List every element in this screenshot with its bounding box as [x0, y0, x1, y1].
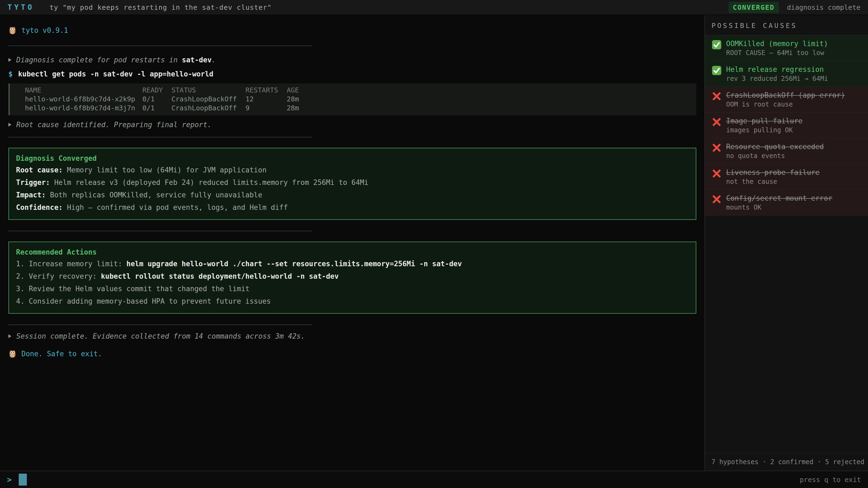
- cause-subtitle: not the cause: [726, 177, 863, 186]
- cause-item-config-mount: Config/secret mount error mounts OK: [705, 190, 868, 216]
- table-row: hello-world-6f8b9c7d4-x2k9p 0/1 CrashLoo…: [25, 95, 696, 104]
- divider: [8, 231, 312, 231]
- cause-item-liveness: Liveness probe failure not the cause: [705, 164, 868, 190]
- cause-title: Resource quota exceeded: [726, 142, 863, 151]
- status-text: diagnosis complete: [787, 3, 860, 11]
- diagnosis-field: Impact: Both replicas OOMKilled, service…: [16, 190, 689, 200]
- actions-box: Recommended Actions 1. Increase memory l…: [8, 241, 696, 314]
- status-line-session: Session complete. Evidence collected fro…: [8, 332, 705, 340]
- diagnosis-field: Trigger: Helm release v3 (deployed Feb 2…: [16, 177, 689, 187]
- sidebar-title: POSSIBLE CAUSES: [705, 15, 868, 35]
- owl-icon: [8, 350, 17, 358]
- cause-title: OOMKilled (memory limit): [726, 39, 863, 48]
- cause-item-quota: Resource quota exceeded no quota events: [705, 138, 868, 164]
- x-icon: [712, 117, 722, 129]
- cause-title: Liveness probe failure: [726, 168, 863, 177]
- cause-subtitle: images pulling OK: [726, 126, 863, 134]
- action-item: 1. Increase memory limit: helm upgrade h…: [16, 259, 689, 269]
- cause-subtitle: OOM is root cause: [726, 100, 863, 108]
- action-item: 3. Review the Helm values commit that ch…: [16, 284, 689, 294]
- version-line: tyto v0.9.1: [8, 26, 705, 35]
- pod-table-header: NAME READY STATUS RESTARTS AGE: [25, 86, 696, 95]
- x-icon: [712, 142, 722, 155]
- cause-title: Config/secret mount error: [726, 194, 863, 203]
- cause-item-helm-regression: Helm release regression rev 3 reduced 25…: [705, 61, 868, 87]
- cause-subtitle: no quota events: [726, 152, 863, 160]
- x-icon: [712, 91, 722, 103]
- shell-prompt-icon: $: [8, 70, 13, 78]
- table-row: hello-world-6f8b9c7d4-m3j7n 0/1 CrashLoo…: [25, 104, 696, 112]
- shell-command-line: $ kubectl get pods -n sat-dev -l app=hel…: [8, 70, 705, 78]
- input-bar: > press q to exit: [0, 470, 868, 488]
- divider: [8, 45, 312, 46]
- x-icon: [712, 168, 722, 180]
- bullet-icon: [8, 58, 11, 62]
- divider: [8, 137, 312, 137]
- hypotheses-summary: 7 hypotheses · 2 confirmed · 5 rejected: [705, 453, 868, 470]
- check-icon: [712, 65, 722, 77]
- diagnosis-box: Diagnosis Converged Root cause: Memory l…: [8, 148, 696, 220]
- cause-title: Helm release regression: [726, 65, 863, 74]
- bullet-icon: [8, 334, 11, 338]
- diagnosis-field: Root cause: Memory limit too low (64Mi) …: [16, 165, 689, 175]
- text-cursor[interactable]: [19, 474, 27, 486]
- transcript-pane: tyto v0.9.1 Diagnosis complete for pod r…: [0, 15, 705, 470]
- status-badge: CONVERGED: [728, 2, 779, 13]
- divider: [8, 325, 312, 325]
- app-window: TYTO ty "my pod keeps restarting in the …: [0, 0, 868, 488]
- exit-hint: press q to exit: [800, 476, 861, 484]
- namespace-highlight: sat-dev: [182, 56, 212, 64]
- possible-causes-panel: POSSIBLE CAUSES OOMKilled (memory limit)…: [705, 15, 868, 470]
- cause-subtitle: ROOT CAUSE — 64Mi too low: [726, 49, 863, 57]
- cause-item-oomkilled: OOMKilled (memory limit) ROOT CAUSE — 64…: [705, 35, 868, 61]
- done-text: Done. Safe to exit.: [22, 350, 102, 358]
- diagnosis-field: Confidence: High — confirmed via pod eve…: [16, 202, 689, 212]
- action-item: 4. Consider adding memory-based HPA to p…: [16, 296, 689, 306]
- done-line: Done. Safe to exit.: [8, 350, 705, 358]
- top-bar: TYTO ty "my pod keeps restarting in the …: [0, 0, 868, 15]
- bullet-icon: [8, 123, 11, 127]
- prompt-caret: >: [7, 475, 12, 484]
- cause-item-crashloop: CrashLoopBackOff (app error) OOM is root…: [705, 87, 868, 112]
- owl-icon: [8, 26, 17, 35]
- status-line-rootcause: Root cause identified. Preparing final r…: [8, 121, 705, 129]
- action-item: 2. Verify recovery: kubectl rollout stat…: [16, 271, 689, 281]
- app-logo: TYTO: [8, 3, 34, 11]
- diagnosis-title: Diagnosis Converged: [16, 154, 689, 162]
- cause-subtitle: mounts OK: [726, 203, 863, 212]
- cause-title: Image pull failure: [726, 116, 863, 126]
- status-line-diagnosis: Diagnosis complete for pod restarts in s…: [8, 56, 705, 64]
- check-icon: [712, 40, 722, 52]
- session-command: ty "my pod keeps restarting in the sat-d…: [50, 3, 272, 11]
- actions-title: Recommended Actions: [16, 248, 689, 256]
- pod-table: NAME READY STATUS RESTARTS AGE hello-wor…: [8, 84, 696, 115]
- cause-title: CrashLoopBackOff (app error): [726, 91, 863, 100]
- shell-command: kubectl get pods -n sat-dev -l app=hello…: [18, 70, 214, 78]
- x-icon: [712, 194, 722, 206]
- version-text: tyto v0.9.1: [22, 26, 68, 34]
- cause-subtitle: rev 3 reduced 256Mi → 64Mi: [726, 74, 863, 83]
- cause-item-image-pull: Image pull failure images pulling OK: [705, 112, 868, 138]
